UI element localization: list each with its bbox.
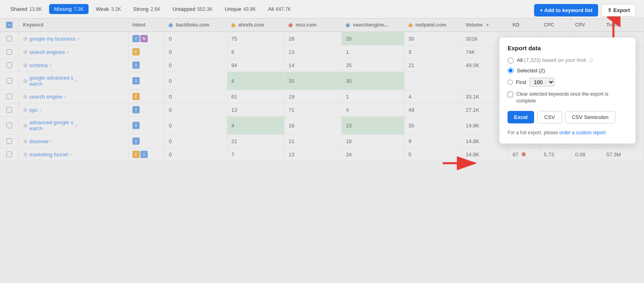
export-footer: For a full export, please order a custom…	[508, 129, 627, 136]
kd-cell-9: 87	[508, 148, 540, 161]
top-actions-bar: + Add to keyword list ⇧ Export	[534, 4, 636, 16]
intent-cell-5: C	[128, 90, 165, 103]
keyword-cell-1[interactable]: ⊕ google my business »	[19, 32, 128, 45]
export-excel-button[interactable]: Excel	[508, 111, 534, 123]
keyword-cell-3[interactable]: ⊕ schema »	[19, 59, 128, 72]
tab-all[interactable]: All 647.7K	[263, 4, 296, 14]
tab-weak-count: 3.2K	[111, 6, 121, 12]
row-checkbox-6[interactable]	[0, 103, 19, 117]
deselect-all-icon[interactable]	[6, 22, 12, 28]
tab-missing-label: Missing	[54, 6, 72, 12]
export-csv-semicolon-button[interactable]: CSV Semicolon	[565, 111, 615, 123]
clear-keywords-checkbox[interactable]	[508, 92, 513, 97]
searchengine-cell-9: 24	[342, 148, 404, 161]
keyword-cell-5[interactable]: ⊕ search engine »	[19, 90, 128, 103]
tab-weak[interactable]: Weak 3.2K	[91, 4, 126, 14]
backlinko-cell-1: 0	[165, 32, 227, 45]
ahrefs-header[interactable]: ahrefs.com	[227, 18, 284, 32]
tab-shared-label: Shared	[10, 6, 27, 12]
intent-cell-6: I	[128, 103, 165, 117]
export-first-radio[interactable]	[508, 80, 513, 85]
add-to-keyword-list-button[interactable]: + Add to keyword list	[534, 4, 598, 16]
searchengine-cell-2: 1	[342, 45, 404, 59]
tab-unique-count: 43.9K	[243, 6, 256, 12]
row-checkbox-8[interactable]	[0, 135, 19, 148]
keyword-cell-7[interactable]: ⊕ advanced google search »	[19, 117, 128, 135]
searchengine-cell-6: 4	[342, 103, 404, 117]
backlinko-cell-5: 0	[165, 90, 227, 103]
neilpatel-cell-8: 9	[404, 135, 461, 148]
neilpatel-header[interactable]: neilpatel.com	[404, 18, 461, 32]
tab-untapped[interactable]: Untapped 552.3K	[168, 4, 217, 14]
neilpatel-cell-1: 30	[404, 32, 461, 45]
intent-cell-8: I	[128, 135, 165, 148]
keyword-cell-4[interactable]: ⊕ google advanced search »	[19, 72, 128, 90]
export-selected-label: Selected (2)	[517, 68, 545, 74]
moz-cell-5: 19	[285, 90, 342, 103]
intent-cell-2: C	[128, 45, 165, 59]
expand-icon: ⊕	[23, 35, 28, 42]
tab-all-count: 647.7K	[276, 6, 291, 12]
searchengine-header[interactable]: searchengine...	[342, 18, 404, 32]
backlinko-cell-8: 0	[165, 135, 227, 148]
export-label: Export	[613, 7, 630, 13]
tab-missing-count: 7.3K	[74, 6, 84, 12]
keyword-cell-2[interactable]: ⊕ search engines »	[19, 45, 128, 59]
backlinko-cell-7: 0	[165, 117, 227, 135]
kd-dot-9	[522, 152, 526, 156]
tab-unique[interactable]: Unique 43.9K	[220, 4, 261, 14]
neilpatel-cell-9: 5	[404, 148, 461, 161]
backlinko-cell-6: 0	[165, 103, 227, 117]
moz-cell-2: 13	[285, 45, 342, 59]
row-checkbox-7[interactable]	[0, 117, 19, 135]
tab-strong-count: 2.6K	[151, 6, 161, 12]
order-custom-report-link[interactable]: order a custom report	[559, 130, 606, 135]
tab-strong[interactable]: Strong 2.6K	[128, 4, 165, 14]
backlinko-cell-3: 0	[165, 59, 227, 72]
kd-header[interactable]: KD	[508, 18, 540, 32]
neilpatel-cell-2: 3	[404, 45, 461, 59]
export-selected-radio[interactable]	[508, 68, 514, 74]
moz-cell-8: 11	[285, 135, 342, 148]
export-button[interactable]: ⇧ Export	[601, 4, 636, 16]
export-all-radio[interactable]	[508, 57, 514, 64]
searchengine-dot	[346, 23, 350, 27]
intent-header[interactable]: Intent	[128, 18, 165, 32]
select-all-header[interactable]	[0, 18, 19, 32]
volume-header[interactable]: Volume ▼	[462, 18, 508, 32]
row-checkbox-5[interactable]	[0, 90, 19, 103]
row-checkbox-1[interactable]	[0, 32, 19, 45]
ahrefs-cell-9: 7	[227, 148, 284, 161]
row-checkbox-3[interactable]	[0, 59, 19, 72]
cpc-header[interactable]: CPC	[540, 18, 571, 32]
expand-icon: ⊕	[23, 78, 28, 84]
keyword-cell-6[interactable]: ⊕ ppc »	[19, 103, 128, 117]
traffic-cell-9: 57.3M	[602, 148, 644, 161]
searchengine-cell-8: 18	[342, 135, 404, 148]
moz-cell-6: 71	[285, 103, 342, 117]
intent-cell-4: I	[128, 72, 165, 90]
expand-icon: ⊕	[23, 62, 28, 68]
ahrefs-cell-2: 6	[227, 45, 284, 59]
export-csv-button[interactable]: CSV	[537, 111, 562, 123]
intent-cell-9: CI	[128, 148, 165, 161]
tab-shared[interactable]: Shared 13.8K	[6, 4, 47, 14]
row-checkbox-2[interactable]	[0, 45, 19, 59]
ahrefs-cell-6: 13	[227, 103, 284, 117]
tab-unique-label: Unique	[225, 6, 241, 12]
tab-missing[interactable]: Missing 7.3K	[49, 4, 89, 14]
row-checkbox-4[interactable]	[0, 72, 19, 90]
expand-icon: ⊕	[23, 138, 28, 144]
tab-all-label: All	[268, 6, 274, 12]
cpv-header[interactable]: CPV	[571, 18, 602, 32]
tab-weak-label: Weak	[96, 6, 109, 12]
first-count-select[interactable]: 100 500 1000	[529, 78, 555, 87]
backlinko-header[interactable]: backlinko.com	[165, 18, 227, 32]
keyword-header[interactable]: Keyword	[19, 18, 128, 32]
ahrefs-cell-3: 94	[227, 59, 284, 72]
keyword-cell-9[interactable]: ⊕ marketing funnel »	[19, 148, 128, 161]
moz-header[interactable]: moz.com	[285, 18, 342, 32]
keyword-cell-8[interactable]: ⊕ disavow »	[19, 135, 128, 148]
moz-dot	[289, 23, 293, 27]
row-checkbox-9[interactable]	[0, 148, 19, 161]
